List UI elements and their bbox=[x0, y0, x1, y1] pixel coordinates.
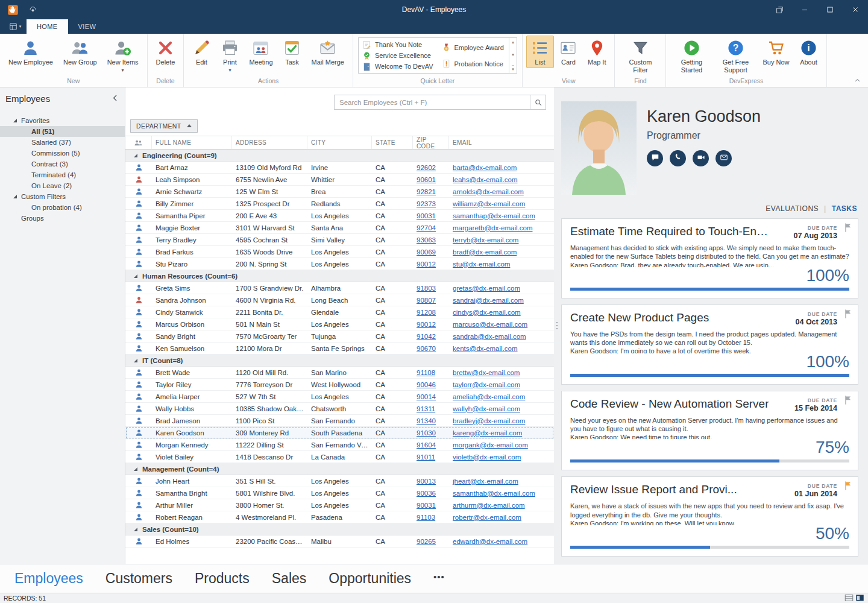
zip-cell[interactable]: 91108 bbox=[413, 369, 449, 376]
employee-row-karen-goodson[interactable]: Karen Goodson309 Monterey RdSouth Pasade… bbox=[125, 427, 554, 439]
zip-cell[interactable]: 90012 bbox=[413, 321, 449, 328]
video-button[interactable] bbox=[693, 150, 709, 166]
new-employee-button[interactable]: New Employee bbox=[4, 36, 58, 68]
task-button[interactable]: Task bbox=[278, 36, 306, 68]
zip-cell[interactable]: 91042 bbox=[413, 333, 449, 340]
email-cell[interactable]: violetb@dx-email.com bbox=[449, 453, 554, 461]
zip-cell[interactable]: 92704 bbox=[413, 224, 449, 232]
meeting-button[interactable]: Meeting bbox=[244, 36, 277, 68]
probation-notice-item[interactable]: Probation Notice bbox=[442, 59, 504, 68]
employee-row-taylor-riley[interactable]: Taylor Riley7776 Torreyson DrWest Hollyw… bbox=[125, 379, 554, 391]
nav-item-sales[interactable]: Sales bbox=[272, 570, 307, 587]
mail-merge-button[interactable]: Mail Merge bbox=[307, 36, 349, 68]
buy-now-button[interactable]: Buy Now bbox=[758, 36, 794, 68]
zip-cell[interactable]: 93063 bbox=[413, 236, 449, 244]
zip-cell[interactable]: 90012 bbox=[413, 260, 449, 268]
employee-row-billy-zimmer[interactable]: Billy Zimmer1325 Prospect DrRedlandsCA92… bbox=[125, 198, 554, 210]
employee-row-leah-simpson[interactable]: Leah Simpson6755 Newlin AveWhittierCA906… bbox=[125, 174, 554, 186]
employee-row-brad-jameson[interactable]: Brad Jameson1100 Pico StSan FernandoCA91… bbox=[125, 415, 554, 427]
employee-row-maggie-boxter[interactable]: Maggie Boxter3101 W Harvard StSanta AnaC… bbox=[125, 222, 554, 234]
card-view-toggle-icon[interactable] bbox=[855, 594, 864, 603]
email-cell[interactable]: margaretb@dx-email.com bbox=[449, 224, 554, 232]
welcome-to-devav-item[interactable]: Welcome To DevAV bbox=[362, 62, 433, 71]
ribbon-tab-view[interactable]: VIEW bbox=[68, 19, 107, 34]
zip-cell[interactable]: 91103 bbox=[413, 514, 449, 521]
custom-filter-button[interactable]: Custom Filter bbox=[618, 36, 662, 75]
email-cell[interactable]: stu@dx-email.com bbox=[449, 260, 554, 268]
minimize-button[interactable] bbox=[792, 0, 817, 19]
tree-node-all-51[interactable]: All (51) bbox=[0, 126, 125, 137]
zip-cell[interactable]: 90014 bbox=[413, 393, 449, 400]
zip-cell[interactable]: 91030 bbox=[413, 429, 449, 437]
nav-overflow-button[interactable]: ••• bbox=[433, 572, 445, 586]
new-group-button[interactable]: New Group bbox=[58, 36, 102, 68]
employee-row-cindy-stanwick[interactable]: Cindy Stanwick2211 Bonita Dr.GlendaleCA9… bbox=[125, 306, 554, 318]
email-cell[interactable]: kents@dx-email.com bbox=[449, 345, 554, 352]
employee-row-samantha-piper[interactable]: Samantha Piper200 E Ave 43Los AngelesCA9… bbox=[125, 210, 554, 222]
tree-node-on-leave-2[interactable]: On Leave (2) bbox=[0, 180, 125, 191]
employee-row-ed-holmes[interactable]: Ed Holmes23200 Pacific Coast HwyMalibuCA… bbox=[125, 535, 554, 548]
flag-icon[interactable] bbox=[843, 309, 854, 319]
get-free-support-button[interactable]: ?Get Free Support bbox=[714, 36, 757, 75]
email-cell[interactable]: bradf@dx-email.com bbox=[449, 248, 554, 256]
group-by-department-button[interactable]: DEPARTMENT bbox=[130, 119, 198, 133]
employee-row-sandra-johnson[interactable]: Sandra Johnson4600 N Virginia Rd.Long Be… bbox=[125, 294, 554, 306]
search-input[interactable] bbox=[335, 99, 530, 106]
flag-icon[interactable] bbox=[843, 481, 854, 491]
panel-splitter[interactable] bbox=[554, 87, 559, 564]
email-cell[interactable]: leahs@dx-email.com bbox=[449, 176, 554, 183]
phone-button[interactable] bbox=[670, 150, 686, 166]
tree-node-commission-5[interactable]: Commission (5) bbox=[0, 148, 125, 159]
card-button[interactable]: Card bbox=[555, 36, 582, 68]
email-cell[interactable]: cindys@dx-email.com bbox=[449, 309, 554, 316]
zip-cell[interactable]: 90069 bbox=[413, 248, 449, 256]
employee-row-morgan-kennedy[interactable]: Morgan Kennedy11222 Dilling StSan Fernan… bbox=[125, 439, 554, 451]
email-cell[interactable]: wallyh@dx-email.com bbox=[449, 405, 554, 412]
collapse-ribbon-button[interactable] bbox=[854, 77, 861, 85]
group-row-management-count-4[interactable]: Management (Count=4) bbox=[125, 463, 554, 475]
employee-row-arnie-schwartz[interactable]: Arnie Schwartz125 W Elm StBreaCA92821arn… bbox=[125, 186, 554, 198]
email-cell[interactable]: jheart@dx-email.com bbox=[449, 478, 554, 485]
zip-cell[interactable]: 92602 bbox=[413, 164, 449, 171]
email-cell[interactable]: arthurm@dx-email.com bbox=[449, 502, 554, 509]
column-header-address[interactable]: ADDRESS bbox=[232, 136, 307, 149]
employee-row-terry-bradley[interactable]: Terry Bradley4595 Cochran StSimi ValleyC… bbox=[125, 234, 554, 246]
print-button[interactable]: Print▾ bbox=[216, 36, 244, 75]
email-cell[interactable]: kareng@dx-email.com bbox=[449, 429, 554, 437]
employee-award-item[interactable]: Employee Award bbox=[442, 43, 504, 52]
column-header-city[interactable]: CITY bbox=[307, 136, 372, 149]
tree-node-contract-3[interactable]: Contract (3) bbox=[0, 159, 125, 169]
zip-cell[interactable]: 90013 bbox=[413, 478, 449, 485]
group-row-engineering-count-9[interactable]: Engineering (Count=9) bbox=[125, 150, 554, 162]
email-cell[interactable]: arnolds@dx-email.com bbox=[449, 188, 554, 195]
group-row-human-resources-count-6[interactable]: Human Resources (Count=6) bbox=[125, 270, 554, 282]
column-header-state[interactable]: STATE bbox=[372, 136, 413, 149]
employee-row-sandy-bright[interactable]: Sandy Bright7570 McGroarty TerTujungaCA9… bbox=[125, 330, 554, 343]
zip-cell[interactable]: 91604 bbox=[413, 441, 449, 449]
zip-cell[interactable]: 91340 bbox=[413, 417, 449, 425]
email-cell[interactable]: edwardh@dx-email.com bbox=[449, 538, 554, 545]
flag-icon[interactable] bbox=[843, 395, 854, 405]
maximize-button[interactable] bbox=[817, 0, 843, 19]
email-cell[interactable]: gretas@dx-email.com bbox=[449, 285, 554, 292]
zip-cell[interactable]: 92373 bbox=[413, 200, 449, 207]
zip-cell[interactable]: 90031 bbox=[413, 212, 449, 219]
email-cell[interactable]: taylorr@dx-email.com bbox=[449, 381, 554, 388]
getting-started-button[interactable]: Getting Started bbox=[670, 36, 713, 75]
column-header-zip-code[interactable]: ZIP CODE bbox=[413, 136, 449, 149]
task-card-review-issue-report-and-provi[interactable]: Review Issue Report and Provi...DUE DATE… bbox=[561, 476, 858, 557]
thank-you-note-item[interactable]: Thank You Note bbox=[362, 40, 433, 49]
employee-row-amelia-harper[interactable]: Amelia Harper527 W 7th StLos AngelesCA90… bbox=[125, 391, 554, 403]
tree-node-custom-filters[interactable]: Custom Filters bbox=[0, 191, 125, 202]
nav-item-opportunities[interactable]: Opportunities bbox=[329, 570, 411, 587]
column-header-email[interactable]: EMAIL bbox=[449, 136, 554, 149]
chat-button[interactable] bbox=[647, 150, 663, 166]
email-cell[interactable]: morgank@dx-email.com bbox=[449, 441, 554, 449]
delete-button[interactable]: Delete bbox=[151, 36, 180, 68]
column-header-full-name[interactable]: FULL NAME bbox=[152, 136, 232, 149]
task-card-create-new-product-pages[interactable]: Create New Product PagesDUE DATE04 Oct 2… bbox=[561, 305, 858, 385]
nav-item-customers[interactable]: Customers bbox=[105, 570, 172, 587]
employee-row-arthur-miller[interactable]: Arthur Miller3800 Homer St.Los AngelesCA… bbox=[125, 499, 554, 511]
group-row-it-count-8[interactable]: IT (Count=8) bbox=[125, 355, 554, 367]
tree-node-on-probation-4[interactable]: On probation (4) bbox=[0, 202, 125, 213]
